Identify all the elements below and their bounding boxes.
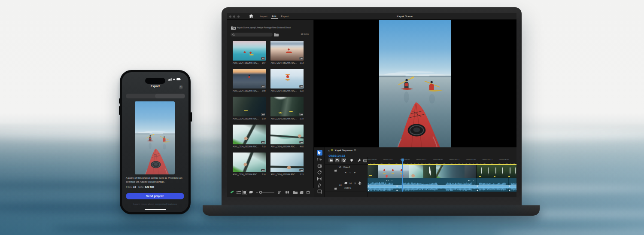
svg-text:S: S [354,182,356,185]
svg-text:M: M [349,182,352,185]
svg-text:CC: CC [364,159,367,162]
